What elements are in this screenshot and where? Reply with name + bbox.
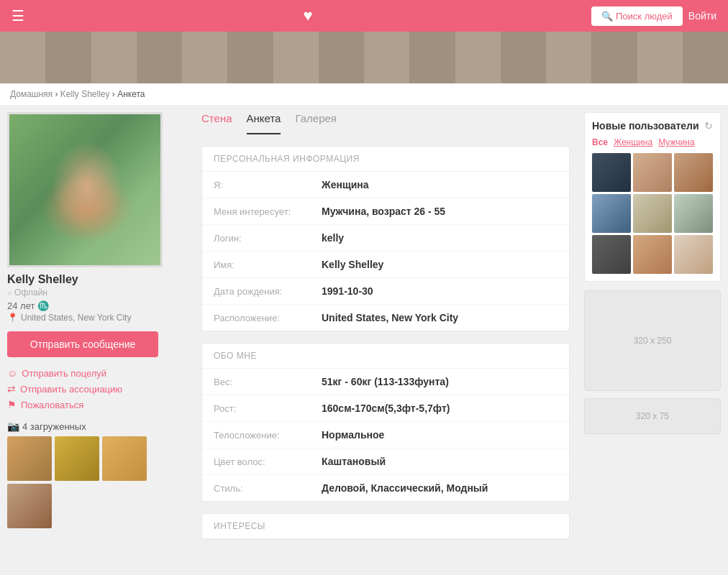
profile-name: Kelly Shelley bbox=[7, 273, 187, 286]
upload-thumb-3[interactable] bbox=[102, 436, 147, 481]
strip-photo-9[interactable] bbox=[364, 32, 409, 83]
send-message-button[interactable]: Отправить сообщение bbox=[7, 331, 158, 357]
new-users-box: Новые пользователи ↻ Все Женщина Мужчина bbox=[584, 112, 721, 282]
value-gender: Женщина bbox=[322, 179, 369, 190]
label-name: Имя: bbox=[214, 259, 322, 270]
new-user-8[interactable] bbox=[633, 235, 672, 274]
breadcrumb-name[interactable]: Kelly Shelley bbox=[60, 89, 110, 99]
new-users-filters: Все Женщина Мужчина bbox=[592, 137, 713, 147]
label-login: Логин: bbox=[214, 233, 322, 244]
photo-strip bbox=[0, 32, 728, 83]
strip-photo-16[interactable] bbox=[683, 32, 728, 83]
info-row-weight: Вес: 51кг - 60кг (113-133фунта) bbox=[202, 369, 569, 395]
label-interest: Меня интересует: bbox=[214, 206, 322, 217]
breadcrumb-home[interactable]: Домашняя bbox=[10, 89, 53, 99]
label-location: Расположение: bbox=[214, 313, 322, 323]
strip-photo-8[interactable] bbox=[319, 32, 364, 83]
value-birthday: 1991-10-30 bbox=[322, 285, 373, 297]
strip-photo-10[interactable] bbox=[409, 32, 455, 83]
filter-male[interactable]: Мужчина bbox=[658, 137, 694, 147]
interests-header: ИНТЕРЕСЫ bbox=[202, 514, 569, 539]
about-me-header: ОБО МНЕ bbox=[202, 344, 569, 369]
strip-photo-15[interactable] bbox=[637, 32, 683, 83]
login-button[interactable]: Войти bbox=[688, 10, 716, 22]
filter-all[interactable]: Все bbox=[592, 137, 608, 147]
strip-photo-3[interactable] bbox=[91, 32, 137, 83]
personal-info-header: ПЕРСОНАЛЬНАЯ ИНФОРМАЦИЯ bbox=[202, 147, 569, 172]
strip-photo-5[interactable] bbox=[182, 32, 227, 83]
ad-small: 320 x 75 bbox=[584, 398, 721, 434]
tab-gallery[interactable]: Галерея bbox=[295, 112, 337, 127]
value-location: United States, New York City bbox=[322, 312, 458, 323]
info-row-location: Расположение: United States, New York Ci… bbox=[202, 305, 569, 331]
strip-photo-6[interactable] bbox=[227, 32, 273, 83]
status-dot: ○ bbox=[7, 289, 12, 297]
label-build: Телосложение: bbox=[214, 430, 322, 441]
flag-icon: ⚑ bbox=[7, 399, 17, 410]
info-row-height: Рост: 160см-170см(5,3фт-5,7фт) bbox=[202, 395, 569, 422]
search-people-button[interactable]: 🔍 Поиск людей bbox=[591, 6, 683, 26]
strip-photo-12[interactable] bbox=[501, 32, 546, 83]
value-style: Деловой, Классический, Модный bbox=[322, 482, 488, 494]
label-hair: Цвет волос: bbox=[214, 456, 322, 467]
breadcrumb-current: Анкета bbox=[117, 89, 145, 99]
send-kiss-link[interactable]: ☺ Отправить поцелуй bbox=[7, 367, 187, 379]
strip-photo-13[interactable] bbox=[546, 32, 591, 83]
profile-photo[interactable] bbox=[7, 112, 163, 267]
new-users-header: Новые пользователи ↻ bbox=[592, 120, 713, 132]
camera-icon: 📷 bbox=[7, 420, 19, 432]
upload-thumb-2[interactable] bbox=[55, 436, 99, 481]
new-user-1[interactable] bbox=[592, 153, 631, 192]
new-user-2[interactable] bbox=[633, 153, 672, 192]
info-row-name: Имя: Kelly Shelley bbox=[202, 252, 569, 278]
uploads-grid bbox=[7, 436, 187, 528]
zodiac-sign: ♏ bbox=[37, 300, 49, 311]
new-users-grid bbox=[592, 153, 713, 274]
interests-section: ИНТЕРЕСЫ bbox=[201, 513, 570, 540]
label-birthday: Дата рождения: bbox=[214, 286, 322, 297]
filter-female[interactable]: Женщина bbox=[614, 137, 652, 147]
upload-thumb-4[interactable] bbox=[7, 484, 52, 528]
about-me-section: ОБО МНЕ Вес: 51кг - 60кг (113-133фунта) … bbox=[201, 343, 570, 502]
label-weight: Вес: bbox=[214, 377, 322, 387]
profile-age-zodiac: 24 лет ♏ bbox=[7, 300, 187, 311]
new-user-6[interactable] bbox=[674, 194, 713, 233]
header-right: 🔍 Поиск людей Войти bbox=[591, 6, 716, 26]
upload-thumb-1[interactable] bbox=[7, 436, 52, 481]
strip-photo-11[interactable] bbox=[455, 32, 501, 83]
label-gender: Я: bbox=[214, 180, 322, 190]
left-column: Kelly Shelley ○ Офлайн 24 лет ♏ 📍 United… bbox=[7, 105, 194, 558]
info-row-login: Логин: kelly bbox=[202, 225, 569, 252]
right-column: Новые пользователи ↻ Все Женщина Мужчина… bbox=[577, 105, 721, 558]
value-interest: Мужчина, возраст 26 - 55 bbox=[322, 206, 445, 217]
heart-icon: ♥ bbox=[303, 6, 312, 25]
strip-photo-14[interactable] bbox=[591, 32, 637, 83]
new-user-3[interactable] bbox=[674, 153, 713, 192]
info-row-gender: Я: Женщина bbox=[202, 172, 569, 198]
personal-info-section: ПЕРСОНАЛЬНАЯ ИНФОРМАЦИЯ Я: Женщина Меня … bbox=[201, 146, 570, 331]
tab-profile[interactable]: Анкета bbox=[247, 112, 281, 134]
strip-photo-4[interactable] bbox=[137, 32, 182, 83]
value-login: kelly bbox=[322, 232, 344, 244]
new-user-7[interactable] bbox=[592, 235, 631, 274]
center-column: Стена Анкета Галерея ПЕРСОНАЛЬНАЯ ИНФОРМ… bbox=[194, 105, 577, 558]
strip-photo-2[interactable] bbox=[45, 32, 91, 83]
new-user-9[interactable] bbox=[674, 235, 713, 274]
menu-icon[interactable]: ☰ bbox=[12, 7, 24, 24]
value-weight: 51кг - 60кг (113-133фунта) bbox=[322, 376, 449, 387]
refresh-icon[interactable]: ↻ bbox=[704, 120, 713, 132]
tab-wall[interactable]: Стена bbox=[201, 112, 232, 127]
new-user-4[interactable] bbox=[592, 194, 631, 233]
ad-large: 320 x 250 bbox=[584, 290, 721, 391]
info-row-birthday: Дата рождения: 1991-10-30 bbox=[202, 278, 569, 305]
report-link[interactable]: ⚑ Пожаловаться bbox=[7, 399, 187, 410]
main-layout: Kelly Shelley ○ Офлайн 24 лет ♏ 📍 United… bbox=[0, 105, 728, 573]
new-user-5[interactable] bbox=[633, 194, 672, 233]
send-association-link[interactable]: ⇄ Отправить ассоциацию bbox=[7, 383, 187, 395]
strip-photo-7[interactable] bbox=[273, 32, 319, 83]
kiss-icon: ☺ bbox=[7, 367, 17, 379]
value-name: Kelly Shelley bbox=[322, 259, 383, 270]
location-icon: 📍 bbox=[7, 313, 18, 323]
strip-photo-1[interactable] bbox=[0, 32, 45, 83]
label-height: Рост: bbox=[214, 403, 322, 414]
